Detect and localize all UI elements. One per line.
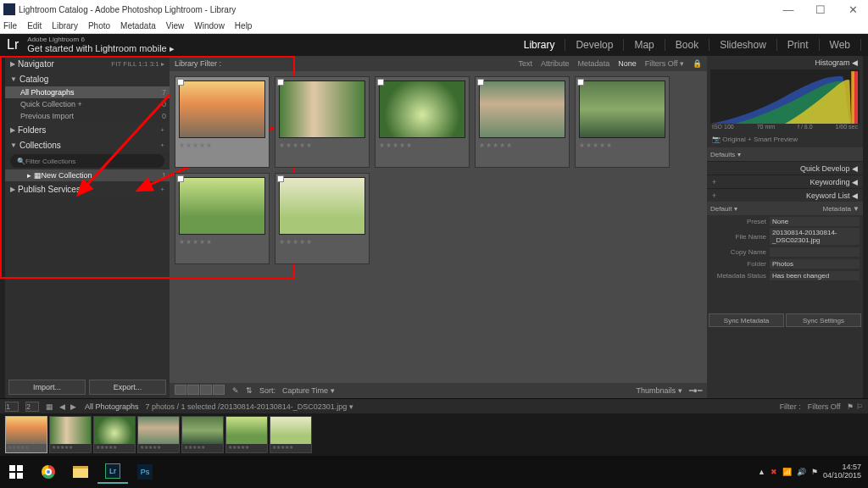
catalog-header[interactable]: ▼Catalog (5, 71, 170, 86)
filter-tab-metadata[interactable]: Metadata (578, 59, 610, 68)
identity-line2[interactable]: Get started with Lightroom mobile ▸ (27, 43, 513, 53)
sort-dropdown[interactable]: Capture Time ▾ (282, 386, 335, 395)
system-tray[interactable]: ▲ ✖ 📶 🔊 ⚑ 14:5704/10/2015 (758, 463, 868, 480)
tray-flag-icon[interactable]: ⚑ (811, 468, 818, 476)
menu-help[interactable]: Help (235, 21, 253, 30)
publish-services-header[interactable]: ▶Publish Services+ (5, 181, 170, 197)
import-button[interactable]: Import... (8, 380, 86, 395)
start-button[interactable] (1, 460, 31, 484)
grid-cell[interactable]: ★★★★★ (475, 76, 570, 168)
pick-flag[interactable] (277, 175, 284, 182)
metadata-folder-value[interactable]: Photos (770, 259, 860, 269)
export-button[interactable]: Export... (89, 380, 166, 395)
rating-stars[interactable]: ★★★★★ (279, 141, 365, 149)
tray-network-icon[interactable]: 📶 (782, 468, 792, 476)
menu-view[interactable]: View (166, 21, 185, 30)
module-slideshow[interactable]: Slideshow (709, 39, 777, 51)
menu-metadata[interactable]: Metadata (120, 21, 156, 30)
filmstrip-thumb[interactable]: ★★★★★ (49, 416, 92, 453)
grid-cell[interactable]: ★★★★★ (575, 76, 670, 168)
taskbar-photoshop[interactable]: Ps (130, 460, 160, 484)
quick-develop-header[interactable]: Quick Develop ◀ (707, 161, 863, 175)
menu-file[interactable]: File (3, 21, 17, 30)
breadcrumb[interactable]: All Photographs (85, 402, 139, 411)
menu-edit[interactable]: Edit (27, 21, 42, 30)
rating-stars[interactable]: ★★★★★ (179, 238, 265, 246)
menu-photo[interactable]: Photo (88, 21, 110, 30)
filmstrip-thumb[interactable]: ★★★★★ (137, 416, 180, 453)
module-book[interactable]: Book (665, 39, 709, 51)
filter-tab-text[interactable]: Text (519, 59, 533, 68)
rating-stars[interactable]: ★★★★★ (379, 141, 465, 149)
filter-flags[interactable]: ⚑ ⚐ (847, 402, 863, 411)
catalog-all-photographs[interactable]: All Photographs7 (5, 86, 170, 98)
grid-cell[interactable]: ★★★★★ (275, 173, 370, 264)
defaults-dropdown[interactable]: Defaults ▾ (707, 147, 863, 161)
filmstrip-thumb[interactable]: ★★★★★ (225, 416, 268, 453)
pick-flag[interactable] (577, 79, 584, 86)
module-web[interactable]: Web (820, 39, 861, 51)
menu-library[interactable]: Library (52, 21, 78, 30)
histogram-header[interactable]: Histogram ◀ (707, 56, 863, 69)
maximize-button[interactable]: ☐ (809, 3, 832, 16)
keyword-list-header[interactable]: +Keyword List ◀ (707, 188, 863, 202)
pick-flag[interactable] (377, 79, 384, 86)
rating-stars[interactable]: ★★★★★ (479, 141, 565, 149)
thumbnail-slider[interactable]: ━●━ (689, 386, 702, 395)
pick-flag[interactable] (477, 79, 484, 86)
taskbar-lightroom[interactable]: Lr (97, 460, 128, 484)
rating-stars[interactable]: ★★★★★ (579, 141, 665, 149)
sync-metadata-button[interactable]: Sync Metadata (709, 313, 784, 327)
taskbar-explorer[interactable] (65, 460, 96, 484)
grid-cell[interactable]: ★★★★★ (175, 76, 270, 168)
filmstrip-thumb[interactable]: ★★★★★ (5, 416, 47, 453)
filmstrip-thumb[interactable]: ★★★★★ (93, 416, 136, 453)
screen-1-button[interactable]: 1 (5, 402, 19, 412)
screen-2-button[interactable]: 2 (25, 402, 39, 412)
tray-icon[interactable]: ✖ (771, 468, 777, 476)
tray-icon[interactable]: ▲ (758, 468, 765, 476)
collections-header[interactable]: ▼Collections+ (5, 137, 170, 152)
folders-header[interactable]: ▶Folders+ (5, 122, 170, 137)
metadata-filename-value[interactable]: 20130814-20130814-_DSC02301.jpg (770, 228, 860, 245)
catalog-quick-collection[interactable]: Quick Collection +0 (5, 98, 170, 110)
grid-cell[interactable]: ★★★★★ (375, 76, 470, 168)
filter-collections-input[interactable]: 🔍 Filter Collections (10, 154, 164, 168)
module-map[interactable]: Map (624, 39, 665, 51)
filmstrip-thumb[interactable]: ★★★★★ (181, 416, 224, 453)
keywording-header[interactable]: +Keywording ◀ (707, 175, 863, 188)
sort-direction-icon[interactable]: ⇅ (246, 386, 253, 395)
metadata-copyname-value[interactable] (770, 247, 860, 257)
filter-tab-attribute[interactable]: Attribute (541, 59, 570, 68)
filmstrip-thumb[interactable]: ★★★★★ (270, 416, 312, 453)
filter-tab-none[interactable]: None (618, 59, 637, 68)
filters-off-toggle[interactable]: Filters Off ▾ (645, 59, 684, 68)
taskbar-chrome[interactable] (33, 460, 64, 484)
view-mode-icons[interactable] (175, 385, 225, 396)
module-develop[interactable]: Develop (565, 39, 624, 51)
tray-clock[interactable]: 14:5704/10/2015 (823, 463, 861, 480)
catalog-previous-import[interactable]: Previous Import0 (5, 110, 170, 122)
rating-stars[interactable]: ★★★★★ (279, 238, 365, 246)
sync-settings-button[interactable]: Sync Settings (786, 313, 861, 327)
metadata-mode-dropdown[interactable]: Default ▾Metadata ▼ (707, 202, 863, 215)
module-library[interactable]: Library (514, 39, 566, 51)
pick-flag[interactable] (177, 175, 184, 182)
thumbnails-size[interactable]: Thumbnails ▾ (637, 386, 682, 395)
tray-volume-icon[interactable]: 🔊 (797, 468, 806, 476)
nav-controls[interactable]: ▦ ◀ ▶ (46, 402, 78, 411)
lock-icon[interactable]: 🔒 (693, 59, 702, 68)
pick-flag[interactable] (277, 79, 284, 86)
menu-window[interactable]: Window (194, 21, 225, 30)
navigator-header[interactable]: ▶NavigatorFIT FILL 1:1 3:1 ▸ (5, 56, 170, 71)
grid-cell[interactable]: ★★★★★ (175, 173, 270, 264)
rating-stars[interactable]: ★★★★★ (179, 141, 265, 149)
pick-flag[interactable] (177, 79, 184, 86)
module-print[interactable]: Print (777, 39, 820, 51)
collection-new-collection[interactable]: ▸ ▦ New Collection1 (5, 169, 170, 181)
metadata-preset-value[interactable]: None (770, 217, 860, 226)
minimize-button[interactable]: — (776, 3, 800, 16)
filmstrip-filter-value[interactable]: Filters Off (808, 402, 841, 411)
grid-cell[interactable]: ★★★★★ (275, 76, 370, 168)
close-button[interactable]: ✕ (841, 3, 865, 16)
